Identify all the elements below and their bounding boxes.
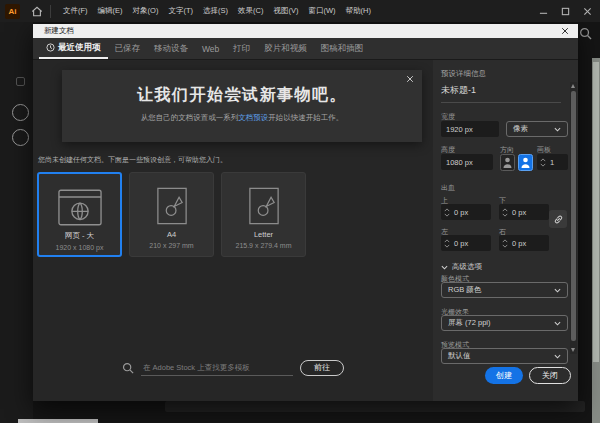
tab-recent[interactable]: 最近使用项 [39, 38, 108, 59]
illustrator-window: Ai 文件(F) 编辑(E) 对象(O) 文字(T) 选择(S) 效果(C) 视… [0, 0, 600, 423]
titlebar-divider [50, 5, 51, 18]
chevron-down-icon [441, 265, 448, 270]
panel-scrollbar-thumb[interactable] [571, 91, 576, 341]
preset-card-a4[interactable]: A4 210 x 297 mm [129, 172, 214, 257]
chevron-down-icon [554, 288, 561, 293]
preset-details-panel: 预设详细信息 未标题-1 宽度 1920 px 像素 高度 1080 px 方向… [433, 60, 578, 401]
menu-view[interactable]: 视图(V) [268, 0, 303, 22]
print-preset-icon [157, 186, 187, 226]
stepper-arrows-icon[interactable] [444, 208, 450, 217]
stepper-arrows-icon[interactable] [540, 158, 546, 167]
illustrator-logo-icon: Ai [5, 4, 20, 19]
bleed-left-input[interactable]: 0 px [441, 235, 491, 251]
width-input[interactable]: 1920 px [441, 121, 499, 137]
welcome-subtitle: 从您自己的文档设置或一系列文档预设开始以快速开始工作。 [62, 113, 422, 123]
preset-name: Letter [254, 230, 273, 239]
raster-effects-dropdown[interactable]: 屏幕 (72 ppi) [441, 315, 568, 331]
tab-saved[interactable]: 已保存 [108, 38, 148, 59]
color-mode-value: RGB 颜色 [448, 285, 481, 295]
document-name-field[interactable]: 未标题-1 [441, 84, 561, 103]
preset-size: 210 x 297 mm [149, 242, 193, 249]
stock-search-row: 前往 [33, 360, 433, 376]
stepper-arrows-icon[interactable] [502, 239, 508, 248]
dialog-content: 让我们开始尝试新事物吧。 从您自己的文档设置或一系列文档预设开始以快速开始工作。… [33, 60, 433, 401]
tab-film-video[interactable]: 胶片和视频 [257, 38, 314, 59]
create-button[interactable]: 创建 [485, 367, 523, 384]
menu-effect[interactable]: 效果(C) [233, 0, 268, 22]
bleed-bottom-value: 0 px [512, 208, 526, 217]
tab-recent-label: 最近使用项 [58, 42, 101, 54]
scroll-up-icon[interactable] [571, 84, 575, 88]
close-button[interactable]: 关闭 [529, 367, 571, 384]
menu-file[interactable]: 文件(F) [58, 0, 93, 22]
clock-icon [46, 43, 55, 52]
bleed-right-value: 0 px [512, 239, 526, 248]
height-input[interactable]: 1080 px [441, 154, 493, 170]
artboards-stepper[interactable]: 1 [537, 154, 568, 170]
advanced-options-label: 高级选项 [452, 262, 482, 272]
welcome-close-icon[interactable] [406, 75, 414, 83]
preset-card-letter[interactable]: Letter 215.9 x 279.4 mm [221, 172, 306, 257]
dialog-titlebar: 新建文档 [33, 24, 578, 38]
taskbar-sliver [18, 419, 98, 423]
tab-web[interactable]: Web [195, 38, 226, 59]
window-scrollbar-thumb[interactable] [593, 62, 599, 362]
go-button[interactable]: 前往 [300, 360, 344, 376]
window-scrollbar[interactable] [592, 58, 600, 423]
category-tabs: 最近使用项 已保存 移动设备 Web 打印 胶片和视频 图稿和插图 [33, 38, 578, 60]
unit-dropdown[interactable]: 像素 [506, 121, 568, 137]
dialog-title: 新建文档 [44, 26, 74, 36]
menu-help[interactable]: 帮助(H) [341, 0, 376, 22]
tab-art-illustration[interactable]: 图稿和插图 [314, 38, 371, 59]
raster-effects-value: 屏幕 (72 ppi) [448, 318, 491, 328]
advanced-options-toggle[interactable]: 高级选项 [441, 262, 482, 272]
bleed-bottom-input[interactable]: 0 px [499, 204, 549, 220]
artboards-value: 1 [550, 158, 554, 167]
menu-edit[interactable]: 编辑(E) [93, 0, 128, 22]
bleed-top-input[interactable]: 0 px [441, 204, 491, 220]
home-icon[interactable] [31, 6, 43, 17]
bleed-right-input[interactable]: 0 px [499, 235, 549, 251]
app-titlebar: Ai 文件(F) 编辑(E) 对象(O) 文字(T) 选择(S) 效果(C) 视… [0, 0, 600, 22]
chevron-down-icon [554, 354, 561, 359]
document-presets-link[interactable]: 文档预设 [238, 113, 268, 122]
maximize-button[interactable] [561, 7, 570, 16]
orientation-portrait-icon[interactable] [500, 154, 515, 171]
menu-object[interactable]: 对象(O) [128, 0, 164, 22]
new-document-dialog: 新建文档 最近使用项 已保存 移动设备 Web 打印 胶片和视频 图稿和插图 [33, 24, 578, 401]
empty-state-hint: 您尚未创建任何文档。下面是一些预设创意，可帮助您入门。 [38, 155, 227, 165]
preset-size: 215.9 x 279.4 mm [235, 242, 291, 249]
menu-type[interactable]: 文字(T) [163, 0, 198, 22]
close-window-button[interactable] [583, 7, 592, 16]
menu-bar: 文件(F) 编辑(E) 对象(O) 文字(T) 选择(S) 效果(C) 视图(V… [58, 0, 376, 22]
preset-card-web-large[interactable]: 网页 - 大 1920 x 1080 px [37, 172, 122, 257]
stepper-arrows-icon[interactable] [444, 239, 450, 248]
dialog-close-icon[interactable] [561, 27, 569, 35]
tab-mobile[interactable]: 移动设备 [147, 38, 195, 59]
welcome-subtitle-suffix: 开始以快速开始工作。 [268, 113, 343, 122]
preview-mode-dropdown[interactable]: 默认值 [441, 348, 568, 364]
web-preset-icon [58, 187, 102, 227]
tab-print[interactable]: 打印 [226, 38, 257, 59]
bleed-label: 出血 [441, 183, 455, 193]
details-header: 预设详细信息 [441, 69, 486, 79]
panel-scrollbar[interactable] [570, 82, 577, 354]
print-preset-icon [249, 186, 279, 226]
stepper-arrows-icon[interactable] [502, 208, 508, 217]
welcome-subtitle-prefix: 从您自己的文档设置或一系列 [141, 113, 239, 122]
search-icon[interactable] [579, 27, 592, 40]
background-circle-icon [12, 104, 29, 121]
bleed-link-icon[interactable] [549, 210, 567, 228]
scroll-down-icon[interactable] [571, 348, 575, 352]
welcome-panel: 让我们开始尝试新事物吧。 从您自己的文档设置或一系列文档预设开始以快速开始工作。 [62, 70, 422, 142]
background-circle-icon [12, 129, 29, 146]
bleed-left-value: 0 px [454, 239, 468, 248]
minimize-button[interactable] [539, 7, 548, 16]
color-mode-dropdown[interactable]: RGB 颜色 [441, 282, 568, 298]
menu-window[interactable]: 窗口(W) [303, 0, 340, 22]
search-icon [122, 362, 134, 374]
orientation-landscape-icon[interactable] [518, 154, 533, 171]
preset-name: 网页 - 大 [65, 231, 94, 241]
stock-search-input[interactable] [141, 361, 293, 376]
menu-select[interactable]: 选择(S) [198, 0, 233, 22]
